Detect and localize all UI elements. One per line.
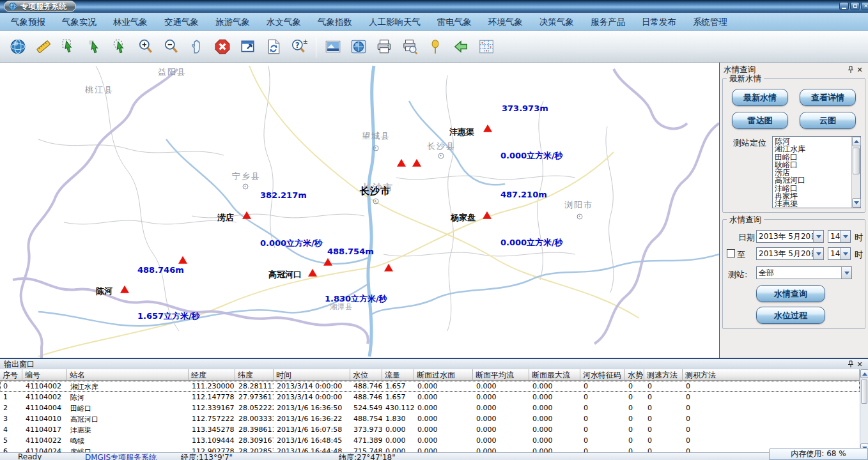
menu-item[interactable]: 人工影响天气 (360, 13, 429, 31)
measure-icon[interactable] (31, 33, 56, 60)
column-header[interactable]: 断面最大流 (529, 369, 580, 381)
date-from-dropdown[interactable]: 2013年 5月20日 (756, 230, 824, 243)
station-triangle-icon[interactable] (308, 269, 317, 277)
column-header[interactable]: 河水特征码 (580, 369, 625, 381)
column-header[interactable]: 断面过水面 (414, 369, 473, 381)
column-header[interactable]: 编号 (22, 369, 67, 381)
chevron-down-icon[interactable] (840, 231, 850, 242)
table-row[interactable]: 441104017沣惠渠113.34527828.3986112013/1/6 … (0, 424, 860, 435)
menu-item[interactable]: 旅游气象 (207, 13, 258, 31)
back-icon[interactable] (448, 33, 474, 60)
menu-item[interactable]: 环境气象 (480, 13, 531, 31)
chevron-down-icon[interactable] (813, 231, 823, 242)
station-triangle-icon[interactable] (242, 211, 251, 219)
station-triangle-icon[interactable] (120, 286, 129, 293)
station-triangle-icon[interactable] (483, 211, 492, 219)
scroll-up-icon[interactable] (860, 369, 868, 378)
column-header[interactable]: 时间 (274, 369, 350, 381)
latest-water-button[interactable]: 最新水情 (732, 89, 788, 106)
scroll-thumb[interactable] (853, 148, 860, 174)
image-export-icon[interactable] (320, 33, 346, 60)
column-header[interactable]: 流量 (382, 369, 414, 381)
view-details-button[interactable]: 查看详情 (800, 89, 856, 106)
column-header[interactable]: 序号 (0, 369, 22, 381)
station-list-item[interactable]: 沣惠渠 (773, 200, 851, 207)
column-header[interactable]: 经度 (189, 369, 235, 381)
table-scrollbar[interactable] (860, 369, 868, 452)
column-header[interactable]: 测积方法 (683, 369, 860, 381)
menu-item[interactable]: 交通气象 (156, 13, 207, 31)
table-row[interactable]: 041104002湘江水库111.23000028.2811112013/3/1… (0, 381, 860, 392)
date-to-dropdown[interactable]: 2013年 5月20日 (756, 247, 824, 260)
table-row[interactable]: 341104010高冠河口112.75722228.0033332013/1/6… (0, 413, 860, 424)
station-triangle-icon[interactable] (412, 159, 421, 167)
chevron-down-icon[interactable] (813, 248, 823, 259)
panel-close-icon[interactable]: ✕ (855, 65, 864, 74)
scroll-thumb[interactable] (861, 379, 867, 404)
scroll-up-icon[interactable] (852, 137, 861, 146)
print-icon[interactable] (371, 33, 397, 60)
column-header[interactable]: 水位 (350, 369, 382, 381)
select-circle-icon[interactable] (107, 33, 133, 60)
station-triangle-icon[interactable] (178, 256, 187, 264)
menu-item[interactable]: 气象指数 (309, 13, 360, 31)
scroll-down-icon[interactable] (852, 198, 861, 208)
cloud-chart-button[interactable]: 云图 (800, 112, 856, 129)
hour-from-dropdown[interactable]: 14 (828, 230, 851, 243)
water-level-process-button[interactable]: 水位过程 (756, 307, 825, 324)
chevron-down-icon[interactable] (840, 248, 850, 259)
radar-chart-button[interactable]: 雷达图 (732, 112, 788, 129)
menu-item[interactable]: 气象预报 (3, 13, 54, 31)
zoom-window-icon[interactable] (235, 33, 261, 60)
map-canvas[interactable]: 益阳县桃江县宁乡县望城县长沙县浏阳市湘潭县长沙市 沣惠渠涝店杨家盘高冠河口陈河 … (0, 63, 719, 358)
print-preview-icon[interactable] (397, 33, 422, 60)
hour-to-dropdown[interactable]: 14 (828, 247, 851, 260)
table-row[interactable]: 641104024库峪口112.90277828.2028532013/1/6 … (0, 446, 860, 452)
map-window-icon[interactable] (346, 33, 371, 60)
station-triangle-icon[interactable] (483, 125, 492, 132)
station-listbox[interactable]: 陈河湘江水库田峪口耿峪口涝店高冠河口沣峪口冉家坪沣惠渠 (772, 136, 861, 208)
chevron-down-icon[interactable] (841, 267, 851, 279)
grid-map-icon[interactable] (474, 33, 499, 60)
pin-icon[interactable] (846, 360, 855, 369)
station-triangle-icon[interactable] (384, 264, 393, 272)
menu-item[interactable]: 日常发布 (633, 13, 685, 31)
stop-icon[interactable] (210, 33, 235, 60)
table-row[interactable]: 241104004田峪口112.33916728.0522222013/1/6 … (0, 402, 860, 413)
menu-item[interactable]: 气象实况 (54, 13, 105, 31)
to-checkbox[interactable] (727, 249, 735, 257)
pan-icon[interactable] (184, 33, 210, 60)
pin-icon[interactable] (846, 65, 855, 74)
close-button[interactable]: ✕ (861, 2, 868, 10)
select-feature-icon[interactable] (56, 33, 82, 60)
menu-item[interactable]: 系统管理 (685, 13, 736, 31)
column-header[interactable]: 水势 (625, 369, 644, 381)
zoom-out-icon[interactable] (159, 33, 184, 60)
refresh-icon[interactable] (261, 33, 286, 60)
station-triangle-icon[interactable] (323, 258, 332, 266)
identify-icon[interactable]: ?± (286, 33, 312, 60)
column-header[interactable]: 纬度 (235, 369, 274, 381)
zoom-in-icon[interactable] (133, 33, 159, 60)
output-close-icon[interactable]: ✕ (855, 360, 864, 369)
column-header[interactable]: 断面平均流 (473, 369, 529, 381)
table-row[interactable]: 141104002陈河112.14777827.9736112013/3/14 … (0, 392, 860, 402)
column-header[interactable]: 测速方法 (644, 369, 683, 381)
station-list-item[interactable]: 高冠河口 (773, 176, 851, 184)
station-triangle-icon[interactable] (397, 159, 406, 167)
station-dropdown[interactable]: 全部 (756, 266, 852, 279)
restore-button[interactable] (850, 2, 860, 10)
menu-item[interactable]: 雷电气象 (429, 13, 480, 31)
table-row[interactable]: 541104022鸣犊113.10944428.3091672013/1/6 1… (0, 435, 860, 446)
menu-item[interactable]: 服务产品 (582, 13, 633, 31)
minimize-button[interactable] (839, 2, 849, 10)
water-query-button[interactable]: 水情查询 (756, 285, 825, 302)
listbox-scrollbar[interactable] (851, 137, 860, 208)
select-arrow-icon[interactable] (82, 33, 107, 60)
menu-item[interactable]: 水文气象 (258, 13, 309, 31)
globe-icon[interactable] (5, 33, 31, 60)
locate-icon[interactable] (422, 33, 448, 60)
station-list-item[interactable]: 湘江水库 (773, 145, 851, 153)
menu-item[interactable]: 决策气象 (531, 13, 582, 31)
window-titlebar[interactable]: 专项服务系统 ✕ (0, 0, 868, 13)
